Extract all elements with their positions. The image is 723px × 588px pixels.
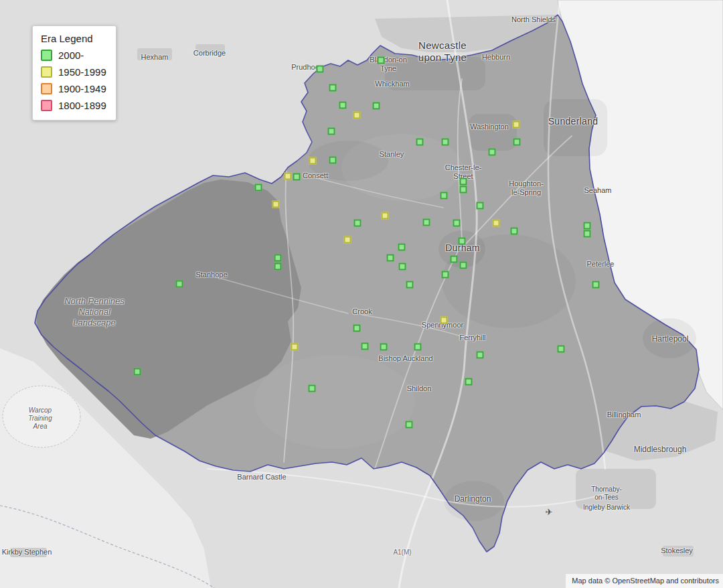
map-marker[interactable] [584,222,591,230]
map-marker[interactable] [399,263,406,271]
map-marker[interactable] [453,220,461,227]
map-marker[interactable] [329,157,337,164]
map-marker[interactable] [460,186,467,194]
map-marker[interactable] [382,212,389,220]
map-marker[interactable] [255,184,262,192]
map-marker[interactable] [406,281,414,289]
map-marker[interactable] [291,344,299,351]
map-marker[interactable] [309,385,316,392]
map-marker[interactable] [373,102,380,110]
map-marker[interactable] [344,236,351,244]
era-legend: Era Legend 2000-1950-19991900-19491800-1… [32,25,116,121]
legend-title: Era Legend [41,33,106,44]
map-marker[interactable] [353,112,361,119]
legend-swatch [41,66,52,78]
map-marker[interactable] [465,378,473,386]
map-marker[interactable] [513,121,520,129]
map-marker[interactable] [134,368,141,376]
map-marker[interactable] [272,201,280,208]
map-marker[interactable] [378,57,385,64]
map-marker[interactable] [274,263,282,271]
map-marker[interactable] [451,256,458,263]
map-marker[interactable] [354,220,362,227]
legend-item-label: 1900-1949 [58,83,106,94]
map-marker[interactable] [460,178,467,186]
map-marker[interactable] [440,192,448,200]
map-marker[interactable] [406,421,413,429]
legend-item: 1900-1949 [41,83,106,94]
map-marker[interactable] [309,157,317,165]
legend-item: 1800-1899 [41,100,106,111]
map-marker[interactable] [353,325,361,332]
map-marker[interactable] [317,66,324,73]
map-marker[interactable] [477,352,484,359]
legend-swatch [41,50,52,61]
map-marker[interactable] [493,220,500,227]
map-marker[interactable] [459,238,466,245]
map-marker[interactable] [285,173,292,180]
legend-swatch [41,83,52,94]
legend-swatch [41,100,52,111]
map-marker[interactable] [592,281,600,289]
map-marker[interactable] [511,228,518,235]
map-marker[interactable] [339,102,347,109]
map-marker[interactable] [489,149,496,156]
map-marker[interactable] [328,128,335,135]
map-marker[interactable] [362,343,369,350]
legend-items: 2000-1950-19991900-19491800-1899 [41,50,106,111]
map-marker[interactable] [460,262,467,269]
map-marker[interactable] [387,254,394,262]
legend-item-label: 1950-1999 [58,66,106,78]
map-marker[interactable] [440,317,448,324]
map-marker[interactable] [442,271,449,279]
legend-item-label: 1800-1899 [58,100,106,111]
map-marker[interactable] [416,139,424,146]
legend-item-label: 2000- [58,50,84,61]
map-marker[interactable] [274,254,282,262]
map-marker[interactable] [398,244,406,251]
legend-item: 2000- [41,50,106,61]
map-marker[interactable] [423,219,430,226]
map-marker[interactable] [558,346,565,353]
map-viewport[interactable]: North ShieldsNewcastle upon TyneHebburnH… [0,0,723,588]
map-marker[interactable] [477,202,484,210]
map-marker[interactable] [513,139,521,146]
map-marker[interactable] [293,173,301,181]
map-marker[interactable] [329,84,337,92]
map-marker[interactable] [380,344,388,351]
map-marker[interactable] [176,281,183,288]
map-marker[interactable] [414,344,422,351]
map-marker[interactable] [442,139,449,146]
map-marker[interactable] [584,230,591,238]
legend-item: 1950-1999 [41,66,106,78]
map-attribution: Map data © OpenStreetMap and contributor… [566,574,723,588]
